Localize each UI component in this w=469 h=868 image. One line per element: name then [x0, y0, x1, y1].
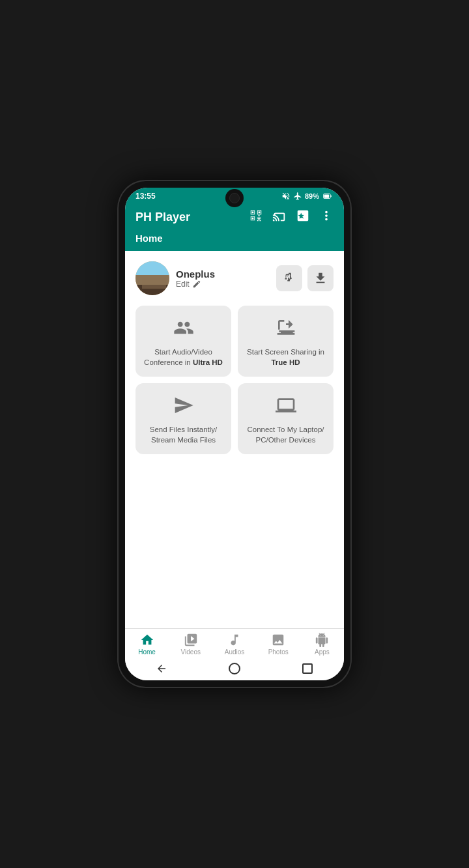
mute-icon [281, 192, 291, 201]
profile-info: Oneplus Edit [176, 268, 215, 289]
home-circle-icon [229, 663, 240, 674]
battery-icon [322, 192, 334, 201]
more-options-button[interactable] [319, 209, 334, 226]
phone-screen: 13:55 89% PH Player [125, 188, 344, 680]
nav-apps[interactable]: Apps [300, 633, 344, 656]
apps-android-icon [315, 633, 329, 647]
laptop-icon [276, 395, 296, 419]
profile-left: Oneplus Edit [135, 261, 215, 295]
download-button[interactable] [307, 265, 334, 291]
profile-actions [276, 265, 334, 291]
nav-videos-label: Videos [181, 648, 201, 656]
recents-icon [302, 663, 313, 674]
photos-icon [271, 633, 285, 647]
usb-icon [282, 271, 296, 285]
screen-share-label: Start Screen Sharing in True HD [246, 347, 326, 368]
avatar-image [135, 261, 169, 295]
nav-audios[interactable]: Audios [212, 633, 256, 656]
connect-card[interactable]: Connect To My Laptop/ PC/Other Devices [238, 383, 334, 454]
camera-notch [225, 189, 244, 207]
conference-label: Start Audio/Video Conference in Ultra HD [143, 347, 223, 368]
nav-photos[interactable]: Photos [257, 633, 300, 656]
send-files-label: Send Files Instantly/ Stream Media Files [143, 424, 223, 445]
nav-photos-label: Photos [268, 648, 289, 656]
nav-apps-label: Apps [315, 648, 330, 656]
sub-header: Home [125, 230, 344, 251]
page-title: Home [135, 233, 163, 244]
send-icon [173, 395, 194, 419]
profile-name: Oneplus [176, 268, 215, 280]
qr-code-button[interactable] [249, 209, 263, 226]
svg-rect-2 [330, 195, 331, 197]
nav-home-label: Home [138, 648, 156, 656]
back-icon [156, 663, 167, 674]
cast-button[interactable] [272, 209, 287, 226]
nav-home[interactable]: Home [125, 633, 169, 656]
connect-label: Connect To My Laptop/ PC/Other Devices [246, 424, 326, 445]
screen-share-icon [276, 317, 296, 341]
send-files-card[interactable]: Send Files Instantly/ Stream Media Files [135, 383, 231, 454]
home-icon [140, 633, 154, 647]
bottom-nav: Home Videos Audios Photos [125, 628, 344, 658]
nav-videos[interactable]: Videos [169, 633, 212, 656]
download-icon [313, 271, 328, 285]
phone-frame: 13:55 89% PH Player [117, 180, 352, 688]
system-nav [125, 658, 344, 680]
screen-share-card[interactable]: Start Screen Sharing in True HD [238, 306, 334, 377]
edit-label: Edit [176, 280, 190, 289]
recents-button[interactable] [301, 662, 314, 675]
status-icons: 89% [281, 192, 334, 201]
videos-icon [184, 633, 198, 647]
edit-profile-button[interactable]: Edit [176, 280, 215, 289]
battery-text: 89% [305, 192, 319, 200]
avatar[interactable] [135, 261, 169, 295]
more-vert-icon [319, 209, 334, 223]
conference-card[interactable]: Start Audio/Video Conference in Ultra HD [135, 306, 231, 377]
svg-rect-1 [324, 194, 329, 197]
feature-grid: Start Audio/Video Conference in Ultra HD… [135, 306, 334, 454]
people-icon [173, 317, 194, 341]
profile-section: Oneplus Edit [135, 261, 334, 295]
audios-icon [227, 633, 242, 647]
usb-button[interactable] [276, 265, 302, 291]
back-button[interactable] [155, 662, 168, 675]
app-title: PH Player [135, 210, 190, 224]
edit-icon [192, 280, 201, 289]
app-bar-actions [249, 209, 334, 226]
main-content: Oneplus Edit [125, 251, 344, 628]
camera-lens [229, 193, 240, 203]
star-button[interactable] [296, 209, 310, 226]
star-icon [296, 209, 310, 223]
home-button[interactable] [228, 662, 241, 675]
status-time: 13:55 [135, 192, 156, 201]
app-bar: PH Player [125, 203, 344, 230]
cast-icon [272, 209, 287, 223]
airplane-icon [293, 192, 302, 201]
nav-audios-label: Audios [225, 648, 245, 656]
qr-code-icon [249, 209, 263, 223]
